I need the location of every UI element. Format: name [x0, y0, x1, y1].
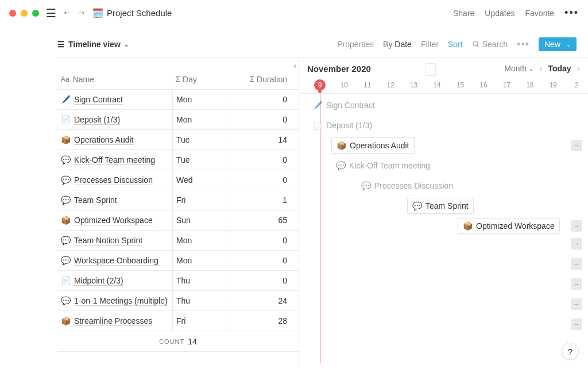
row-duration[interactable]: 28: [230, 311, 293, 331]
row-duration[interactable]: 0: [230, 271, 293, 290]
timeline-bar[interactable]: 📦Optimized Workspace: [458, 218, 560, 234]
help-button[interactable]: ?: [562, 343, 579, 360]
timeline-bar[interactable]: 📦Operations Audit: [331, 137, 415, 154]
row-day[interactable]: Mon: [172, 251, 230, 270]
date-cell[interactable]: 17: [495, 81, 518, 89]
table-row[interactable]: 💬Processes Discussion Wed 0: [57, 170, 299, 190]
row-day[interactable]: Mon: [172, 90, 230, 109]
row-name[interactable]: Midpoint (2/3): [74, 276, 123, 286]
date-cell[interactable]: 10: [332, 81, 355, 89]
timeline-minimap[interactable]: [425, 63, 436, 76]
overflow-right-icon[interactable]: →: [571, 258, 582, 270]
search-button[interactable]: Search: [472, 40, 508, 49]
date-cell[interactable]: 15: [448, 81, 471, 89]
date-today[interactable]: 9: [314, 79, 326, 91]
row-day[interactable]: Wed: [172, 170, 230, 190]
date-cell[interactable]: 16: [472, 81, 495, 89]
forward-button[interactable]: →: [76, 7, 86, 19]
table-row[interactable]: 📄Deposit (1/3) Mon 0: [57, 110, 299, 130]
close-icon[interactable]: [9, 10, 16, 17]
row-name[interactable]: Team Notion Sprint: [74, 236, 142, 246]
table-row[interactable]: 📦Optimized Workspace Sun 65: [57, 210, 299, 231]
row-day[interactable]: Thu: [172, 271, 230, 290]
hamburger-icon[interactable]: ☰: [46, 6, 56, 20]
row-name[interactable]: Streamline Processes: [74, 316, 152, 326]
group-by-button[interactable]: By Date: [383, 40, 412, 49]
row-duration[interactable]: 0: [230, 170, 293, 190]
more-menu-icon[interactable]: •••: [564, 7, 579, 19]
overflow-right-icon[interactable]: →: [571, 298, 582, 310]
timeline-bar[interactable]: 🖊️Sign Contract: [308, 97, 380, 113]
zoom-selector[interactable]: Month⌄: [504, 64, 533, 73]
table-row[interactable]: 💬Team Notion Sprint Mon 0: [57, 231, 299, 251]
row-day[interactable]: Mon: [172, 231, 230, 250]
table-row[interactable]: 💬Workspace Onboarding Mon 0: [57, 251, 299, 271]
row-day[interactable]: Fri: [172, 311, 230, 331]
row-name[interactable]: Kick-Off Team meeting: [74, 155, 155, 165]
row-name[interactable]: Deposit (1/3): [74, 115, 120, 125]
row-day[interactable]: Tue: [172, 150, 230, 170]
row-duration[interactable]: 0: [230, 110, 293, 129]
sort-button[interactable]: Sort: [448, 40, 463, 49]
date-cell[interactable]: 12: [379, 81, 402, 89]
overflow-right-icon[interactable]: →: [571, 278, 582, 290]
date-cell[interactable]: 19: [541, 81, 564, 89]
column-name[interactable]: AaName: [57, 75, 172, 84]
row-duration[interactable]: 0: [230, 90, 293, 109]
table-row[interactable]: 📄Midpoint (2/3) Thu 0: [57, 271, 299, 291]
table-row[interactable]: 🖊️Sign Contract Mon 0: [57, 90, 299, 110]
row-duration[interactable]: 65: [230, 210, 293, 230]
table-row[interactable]: 📦Operations Audit Tue 14: [57, 130, 299, 150]
timeline-bar[interactable]: 💬Team Sprint: [407, 198, 474, 214]
new-button[interactable]: New⌄: [539, 37, 577, 51]
date-cell[interactable]: 18: [519, 81, 541, 89]
row-name[interactable]: Sign Contract: [74, 95, 123, 105]
date-cell[interactable]: 14: [425, 81, 448, 89]
row-day[interactable]: Mon: [172, 110, 230, 129]
table-row[interactable]: 📦Streamline Processes Fri 28: [57, 311, 299, 331]
row-day[interactable]: Thu: [172, 291, 230, 310]
filter-button[interactable]: Filter: [421, 40, 439, 49]
table-row[interactable]: 💬Team Sprint Fri 1: [57, 190, 299, 210]
row-duration[interactable]: 14: [230, 130, 293, 150]
next-period-button[interactable]: ›: [577, 63, 580, 74]
date-cell[interactable]: 13: [402, 81, 425, 89]
row-duration[interactable]: 24: [230, 291, 293, 310]
date-cell[interactable]: 2: [565, 81, 588, 89]
view-selector[interactable]: ☰ Timeline view ⌄: [57, 40, 129, 49]
overflow-right-icon[interactable]: →: [571, 140, 582, 151]
favorite-button[interactable]: Favorite: [525, 9, 555, 18]
timeline-body[interactable]: 🖊️Sign Contract📄Deposit (1/3)📦Operations…: [299, 93, 588, 363]
properties-button[interactable]: Properties: [337, 40, 374, 49]
table-row[interactable]: 💬Kick-Off Team meeting Tue 0: [57, 150, 299, 170]
row-duration[interactable]: 1: [230, 190, 293, 210]
row-duration[interactable]: 0: [230, 150, 293, 170]
row-day[interactable]: Tue: [172, 130, 230, 150]
row-name[interactable]: Optimized Workspace: [74, 216, 153, 225]
row-duration[interactable]: 0: [230, 251, 293, 270]
maximize-icon[interactable]: [32, 10, 39, 17]
prev-period-button[interactable]: ‹: [539, 63, 542, 74]
page-title[interactable]: Project Schedule: [107, 8, 172, 18]
back-button[interactable]: ←: [62, 7, 72, 19]
row-name[interactable]: Operations Audit: [74, 135, 134, 145]
column-duration[interactable]: ΣDuration: [230, 75, 293, 84]
column-day[interactable]: ΣDay: [172, 75, 230, 84]
table-row[interactable]: 💬1-on-1 Meetings (multiple) Thu 24: [57, 291, 299, 311]
share-button[interactable]: Share: [453, 9, 474, 18]
row-day[interactable]: Sun: [172, 210, 230, 230]
row-name[interactable]: Workspace Onboarding: [74, 256, 158, 266]
minimize-icon[interactable]: [21, 10, 28, 17]
row-name[interactable]: Team Sprint: [74, 195, 117, 205]
toolbar-more-icon[interactable]: •••: [517, 39, 529, 51]
today-button[interactable]: Today: [548, 64, 571, 73]
row-day[interactable]: Fri: [172, 190, 230, 210]
row-name[interactable]: Processes Discussion: [74, 175, 153, 185]
updates-button[interactable]: Updates: [485, 9, 514, 18]
overflow-right-icon[interactable]: →: [571, 319, 582, 330]
timeline-bar[interactable]: 💬Kick-Off Team meeting: [331, 158, 435, 174]
overflow-right-icon[interactable]: →: [571, 238, 582, 250]
row-name[interactable]: 1-on-1 Meetings (multiple): [74, 296, 168, 306]
overflow-right-icon[interactable]: →: [571, 220, 582, 232]
row-duration[interactable]: 0: [230, 231, 293, 250]
